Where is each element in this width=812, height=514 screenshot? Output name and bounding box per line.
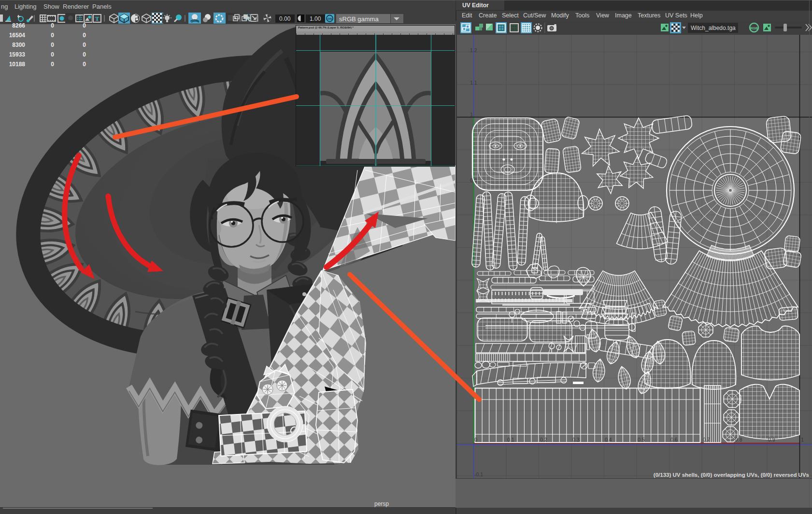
svg-text:1.2: 1.2: [470, 47, 477, 53]
svg-text:RGB: RGB: [750, 27, 758, 30]
svg-text:0.3: 0.3: [572, 437, 580, 443]
svg-text:0.2: 0.2: [540, 437, 547, 443]
svg-text:Witch_albedo.tga: Witch_albedo.tga: [691, 25, 736, 31]
svg-text:0.8: 0.8: [735, 437, 742, 443]
svg-text:1.1: 1.1: [470, 80, 477, 86]
svg-text:0.9: 0.9: [768, 437, 775, 443]
svg-text:0.7: 0.7: [703, 437, 710, 443]
svg-text:0.5: 0.5: [638, 437, 645, 443]
svg-text:1: 1: [801, 437, 804, 443]
svg-text:0: 0: [474, 437, 477, 443]
svg-text:1: 1: [470, 112, 473, 117]
svg-text:-0.1: -0.1: [474, 471, 483, 477]
svg-text:(0/133) UV shells, (0/0) overl: (0/133) UV shells, (0/0) overlapping UVs…: [654, 472, 809, 478]
svg-text:0.1: 0.1: [507, 437, 514, 443]
svg-text:0.6: 0.6: [670, 437, 678, 443]
svg-text:0.4: 0.4: [605, 437, 612, 443]
